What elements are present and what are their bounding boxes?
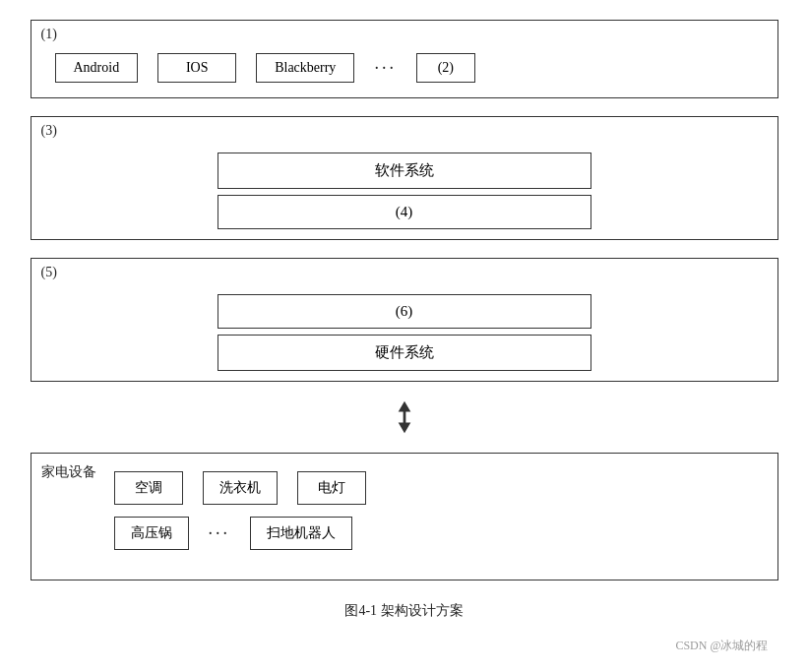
hardware-system-box: 硬件系统 <box>218 335 591 371</box>
appliance-row2: 高压锅 ··· 扫地机器人 <box>114 517 764 550</box>
software-system-box: 软件系统 <box>218 153 591 189</box>
blackberry-box: Blackberry <box>256 53 354 83</box>
layer3-inner: (6) 硬件系统 <box>45 294 764 371</box>
appliance-washer: 洗衣机 <box>203 471 278 505</box>
layer1-box: (1) Android IOS Blackberry ··· (2) <box>31 20 778 98</box>
label2-box: (2) <box>416 53 475 83</box>
svg-marker-0 <box>398 401 410 412</box>
appliance-ellipsis: ··· <box>209 523 231 544</box>
appliance-robot: 扫地机器人 <box>250 517 352 550</box>
appliance-pressurecooker: 高压锅 <box>114 517 189 550</box>
svg-marker-2 <box>398 422 410 433</box>
layer2-box2: (4) <box>218 195 591 229</box>
appliances-inner: 空调 洗衣机 电灯 高压锅 ··· 扫地机器人 <box>114 471 764 550</box>
svg-rect-1 <box>403 411 405 424</box>
appliances-label: 家电设备 <box>41 463 96 481</box>
layer3-label: (5) <box>41 265 57 280</box>
arrow-container <box>390 399 419 435</box>
layer2-box: (3) 软件系统 (4) <box>31 116 778 240</box>
appliance-row1: 空调 洗衣机 电灯 <box>114 471 764 505</box>
layer3-box1: (6) <box>218 294 591 329</box>
caption: 图4-1 架构设计方案 <box>344 602 463 620</box>
layer1-inner: Android IOS Blackberry ··· (2) <box>55 53 764 83</box>
appliance-airconditioner: 空调 <box>114 471 183 505</box>
csdn-label: CSDN @冰城的程 <box>31 638 778 654</box>
android-box: Android <box>55 53 139 83</box>
appliances-box: 家电设备 空调 洗衣机 电灯 高压锅 ··· 扫地机器人 <box>31 453 778 580</box>
ellipsis: ··· <box>374 58 397 79</box>
layer3-box: (5) (6) 硬件系统 <box>31 258 778 382</box>
diagram-container: (1) Android IOS Blackberry ··· (2) (3) 软… <box>31 20 778 654</box>
layer1-label: (1) <box>41 27 57 42</box>
layer2-inner: 软件系统 (4) <box>45 153 764 229</box>
layer2-label: (3) <box>41 123 57 139</box>
ios-box: IOS <box>157 53 236 83</box>
double-arrow-icon <box>390 399 419 435</box>
appliance-light: 电灯 <box>297 471 366 505</box>
